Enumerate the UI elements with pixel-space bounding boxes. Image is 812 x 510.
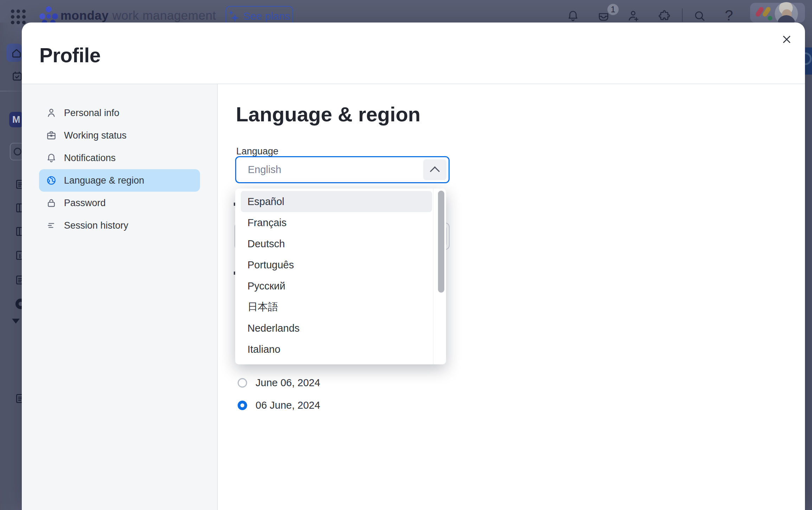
monday-logo-icon[interactable] xyxy=(38,5,58,25)
my-work-icon[interactable] xyxy=(11,70,23,82)
date-format-option-dmy[interactable]: 06 June, 2024 xyxy=(238,400,320,410)
monday-mark-icon xyxy=(768,16,772,20)
history-icon xyxy=(46,220,57,231)
lock-icon xyxy=(46,198,57,208)
sidebar-item-notifications[interactable]: Notifications xyxy=(39,147,200,169)
sidebar-item-password[interactable]: Password xyxy=(39,192,200,214)
language-option-portugues[interactable]: Português xyxy=(241,254,432,275)
modal-body: Personal info Working status Notificatio… xyxy=(22,84,805,510)
language-option-espanol[interactable]: Español xyxy=(241,191,432,212)
page-title: Language & region xyxy=(236,102,420,126)
language-select-value: English xyxy=(248,164,281,176)
sidebar-item-language-region[interactable]: Language & region xyxy=(39,169,200,192)
scrollbar-track xyxy=(433,189,433,364)
language-option-italiano[interactable]: Italiano xyxy=(241,339,432,360)
workspace-left-panel xyxy=(0,23,22,510)
see-plans-label: See plans xyxy=(243,10,290,22)
notifications-bell-icon[interactable] xyxy=(567,9,579,22)
apps-grid-icon[interactable] xyxy=(11,9,26,24)
sidebar-item-session-history[interactable]: Session history xyxy=(39,214,200,237)
sidebar-item-personal-info[interactable]: Personal info xyxy=(39,102,200,124)
collapse-caret-icon[interactable] xyxy=(12,319,20,324)
apps-marketplace-puzzle-icon[interactable] xyxy=(658,9,671,22)
modal-title: Profile xyxy=(39,44,101,67)
topbar-divider xyxy=(682,8,683,22)
user-avatar[interactable] xyxy=(775,2,798,25)
home-icon[interactable] xyxy=(11,47,22,59)
sidebar-item-working-status[interactable]: Working status xyxy=(39,124,200,147)
leftnav-divider xyxy=(0,91,22,91)
language-option-nihongo[interactable]: 日本語 xyxy=(241,297,432,318)
brand-rest: work management xyxy=(109,8,216,22)
date-format-option-mdy[interactable]: June 06, 2024 xyxy=(238,378,320,388)
language-label: Language xyxy=(236,146,278,157)
help-floating-button-fragment[interactable] xyxy=(805,47,812,75)
settings-content: Language & region Language English Españ… xyxy=(218,84,805,510)
invite-members-icon[interactable] xyxy=(627,9,640,22)
chevron-up-icon[interactable] xyxy=(423,159,446,180)
language-option-deutsch[interactable]: Deutsch xyxy=(241,233,432,254)
modal-header: Profile xyxy=(22,23,805,84)
radio-selected-icon[interactable] xyxy=(238,401,247,410)
brand-title: monday work management xyxy=(60,8,216,23)
brand-bold: monday xyxy=(60,8,109,22)
briefcase-icon xyxy=(46,130,57,141)
lifebuoy-icon xyxy=(805,52,812,65)
help-icon[interactable]: ? xyxy=(725,7,733,24)
bell-icon xyxy=(46,153,57,163)
globe-icon xyxy=(46,175,57,186)
profile-modal: Profile Personal info Working status xyxy=(22,23,805,510)
sidebar-item-label: Password xyxy=(64,198,106,209)
language-select[interactable]: English xyxy=(235,156,450,183)
inbox-unread-badge: 1 xyxy=(607,4,619,15)
person-icon xyxy=(46,108,57,118)
sidebar-item-label: Working status xyxy=(64,130,127,141)
sidebar-item-label: Personal info xyxy=(64,108,120,119)
sidebar-item-label: Language & region xyxy=(64,175,144,186)
workspace-avatar[interactable]: M xyxy=(9,112,23,127)
sidebar-item-label: Notifications xyxy=(64,153,116,164)
screen: monday work management See plans 1 xyxy=(0,0,812,510)
language-option-francais[interactable]: Français xyxy=(241,212,432,233)
language-option-russkiy[interactable]: Русский xyxy=(241,275,432,297)
language-dropdown-panel: Español Français Deutsch Português Русск… xyxy=(235,189,446,364)
scrollbar-thumb[interactable] xyxy=(438,191,444,293)
settings-sidebar: Personal info Working status Notificatio… xyxy=(22,84,218,510)
language-option-nederlands[interactable]: Nederlands xyxy=(241,318,432,339)
sparkle-icon xyxy=(228,10,239,22)
close-icon[interactable] xyxy=(779,32,794,47)
search-icon[interactable] xyxy=(693,9,706,22)
search-icon xyxy=(14,148,21,155)
radio-unselected-icon[interactable] xyxy=(238,378,247,388)
sidebar-item-label: Session history xyxy=(64,220,128,231)
